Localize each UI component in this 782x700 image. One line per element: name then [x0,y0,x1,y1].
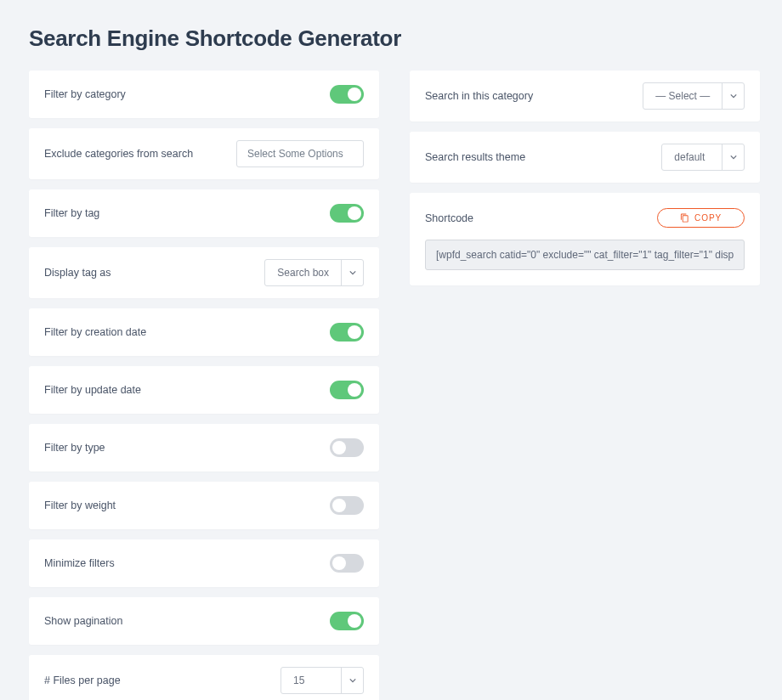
select-value: — Select — [643,83,722,109]
label-search-category: Search in this category [425,90,533,102]
select-value: default [662,144,722,170]
label-filter-tag: Filter by tag [44,207,99,219]
row-filter-update-date: Filter by update date [29,366,379,414]
row-display-tag-as: Display tag as Search box [29,247,379,298]
label-filter-type: Filter by type [44,442,105,454]
row-filter-weight: Filter by weight [29,482,379,529]
copy-button[interactable]: COPY [657,208,745,228]
row-filter-creation-date: Filter by creation date [29,308,379,356]
row-search-category: Search in this category — Select — [410,71,760,121]
chevron-down-icon [722,144,744,170]
toggle-filter-type[interactable] [330,438,364,457]
row-show-pagination: Show pagination [29,597,379,645]
row-files-per-page: # Files per page 15 [29,655,379,700]
select-exclude-categories[interactable]: Select Some Options [236,140,364,167]
label-display-tag-as: Display tag as [44,267,111,279]
toggle-filter-weight[interactable] [330,496,364,515]
label-minimize-filters: Minimize filters [44,557,115,569]
chevron-down-icon [722,83,744,109]
select-display-tag-as[interactable]: Search box [264,259,364,286]
select-value: 15 [281,668,341,693]
chevron-down-icon [341,260,363,285]
row-minimize-filters: Minimize filters [29,539,379,587]
select-search-category[interactable]: — Select — [643,82,745,110]
toggle-filter-tag[interactable] [330,204,364,223]
copy-button-label: COPY [694,213,722,223]
shortcode-output[interactable]: [wpfd_search catid="0" exclude="" cat_fi… [425,240,745,270]
select-results-theme[interactable]: default [661,144,745,171]
select-files-per-page[interactable]: 15 [280,667,364,694]
label-filter-category: Filter by category [44,88,126,100]
page-title: Search Engine Shortcode Generator [29,25,756,52]
label-shortcode: Shortcode [425,212,473,224]
toggle-filter-update-date[interactable] [330,381,364,399]
toggle-minimize-filters[interactable] [330,554,364,573]
copy-icon [680,213,689,223]
select-value: Search box [265,260,341,285]
toggle-filter-category[interactable] [330,85,364,104]
label-filter-update-date: Filter by update date [44,384,141,396]
label-results-theme: Search results theme [425,151,525,163]
label-show-pagination: Show pagination [44,615,122,627]
row-filter-tag: Filter by tag [29,189,379,237]
row-filter-category: Filter by category [29,71,379,118]
toggle-show-pagination[interactable] [330,612,364,630]
shortcode-panel: Shortcode COPY [wpfd_search catid="0" ex… [410,193,760,285]
row-exclude-categories: Exclude categories from search Select So… [29,128,379,179]
label-filter-creation-date: Filter by creation date [44,326,146,338]
toggle-filter-creation-date[interactable] [330,323,364,342]
row-results-theme: Search results theme default [410,132,760,183]
label-files-per-page: # Files per page [44,675,121,686]
label-filter-weight: Filter by weight [44,500,116,511]
row-filter-type: Filter by type [29,424,379,471]
chevron-down-icon [341,668,363,693]
label-exclude-categories: Exclude categories from search [44,148,193,160]
